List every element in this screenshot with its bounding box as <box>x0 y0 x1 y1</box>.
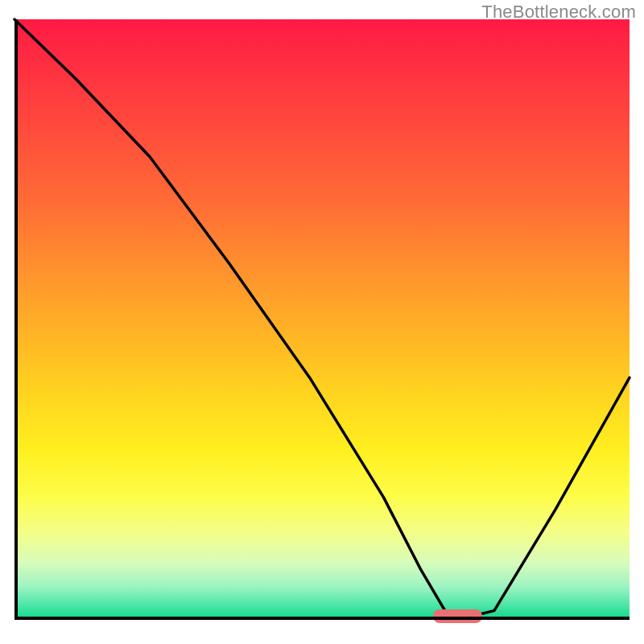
chart-frame: TheBottleneck.com <box>0 0 644 644</box>
watermark-text: TheBottleneck.com <box>481 2 636 23</box>
bottleneck-curve-line <box>14 19 630 617</box>
x-axis <box>14 617 630 620</box>
y-axis <box>14 19 18 617</box>
